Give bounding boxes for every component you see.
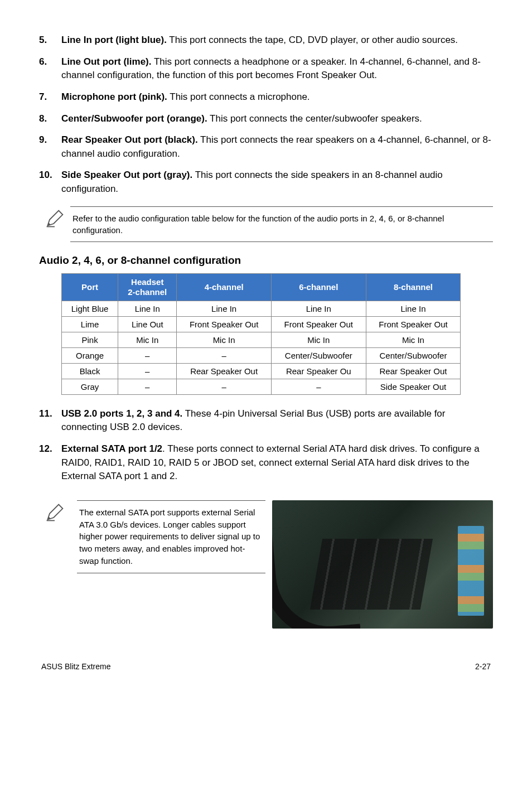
item-body: Side Speaker Out port (gray). This port … bbox=[61, 168, 493, 196]
th-4ch: 4-channel bbox=[177, 273, 272, 301]
item-lead: Rear Speaker Out port (black). bbox=[61, 134, 198, 145]
note-box-2: The external SATA port supports external… bbox=[39, 500, 493, 629]
table-row: Orange––Center/SubwooferCenter/Subwoofer bbox=[62, 347, 461, 363]
item-lead: Line In port (light blue). bbox=[61, 35, 167, 45]
page-footer: ASUS Blitz Extreme 2-27 bbox=[39, 662, 493, 671]
list-item-5: 5. Line In port (light blue). This port … bbox=[39, 33, 493, 47]
list-item-6: 6. Line Out port (lime). This port conne… bbox=[39, 55, 493, 83]
item-number: 5. bbox=[39, 33, 61, 47]
item-number: 12. bbox=[39, 442, 61, 484]
table-row: LimeLine OutFront Speaker OutFront Speak… bbox=[62, 316, 461, 332]
list-item-10: 10. Side Speaker Out port (gray). This p… bbox=[39, 168, 493, 196]
table-row: Light BlueLine InLine InLine InLine In bbox=[62, 301, 461, 316]
table-row: Gray–––Side Speaker Out bbox=[62, 379, 461, 394]
item-body: USB 2.0 ports 1, 2, 3 and 4. These 4-pin… bbox=[61, 407, 493, 434]
list-item-9: 9. Rear Speaker Out port (black). This p… bbox=[39, 133, 493, 161]
item-number: 7. bbox=[39, 90, 61, 104]
item-number: 6. bbox=[39, 55, 61, 83]
item-lead: External SATA port 1/2 bbox=[61, 443, 162, 454]
item-text: This port connects the center/subwoofer … bbox=[207, 113, 422, 124]
item-body: External SATA port 1/2. These ports conn… bbox=[61, 442, 493, 484]
item-body: Microphone port (pink). This port connec… bbox=[61, 90, 493, 104]
item-lead: Line Out port (lime). bbox=[61, 56, 152, 67]
motherboard-photo bbox=[272, 500, 493, 629]
footer-left: ASUS Blitz Extreme bbox=[41, 662, 110, 671]
th-8ch: 8-channel bbox=[366, 273, 461, 301]
item-body: Line In port (light blue). This port con… bbox=[61, 33, 493, 47]
footer-right: 2-27 bbox=[475, 662, 491, 671]
pencil-note-icon bbox=[39, 206, 70, 231]
list-item-7: 7. Microphone port (pink). This port con… bbox=[39, 90, 493, 104]
item-text: This port connects the tape, CD, DVD pla… bbox=[167, 35, 458, 45]
item-lead: Side Speaker Out port (gray). bbox=[61, 170, 192, 180]
item-body: Center/Subwoofer port (orange). This por… bbox=[61, 112, 493, 126]
table-row: Black–Rear Speaker OutRear Speaker OuRea… bbox=[62, 363, 461, 379]
item-lead: USB 2.0 ports 1, 2, 3 and 4. bbox=[61, 408, 182, 419]
item-number: 8. bbox=[39, 112, 61, 126]
note-text: Refer to the audio configuration table b… bbox=[70, 206, 493, 242]
item-text: This port connects a microphone. bbox=[167, 91, 310, 102]
item-number: 9. bbox=[39, 133, 61, 161]
th-port: Port bbox=[62, 273, 118, 301]
note-box-1: Refer to the audio configuration table b… bbox=[39, 206, 493, 242]
list-item-8: 8. Center/Subwoofer port (orange). This … bbox=[39, 112, 493, 126]
th-6ch: 6-channel bbox=[271, 273, 366, 301]
th-2ch: Headset2-channel bbox=[118, 273, 177, 301]
item-body: Line Out port (lime). This port connects… bbox=[61, 55, 493, 83]
audio-config-table: Port Headset2-channel 4-channel 6-channe… bbox=[61, 273, 461, 395]
item-lead: Center/Subwoofer port (orange). bbox=[61, 113, 207, 124]
item-body: Rear Speaker Out port (black). This port… bbox=[61, 133, 493, 161]
note-text: The external SATA port supports external… bbox=[77, 500, 265, 573]
list-item-11: 11. USB 2.0 ports 1, 2, 3 and 4. These 4… bbox=[39, 407, 493, 434]
pencil-note-icon bbox=[39, 500, 70, 525]
item-lead: Microphone port (pink). bbox=[61, 91, 167, 102]
section-heading: Audio 2, 4, 6, or 8-channel configuratio… bbox=[39, 254, 493, 267]
item-number: 10. bbox=[39, 168, 61, 196]
table-row: PinkMic InMic InMic InMic In bbox=[62, 332, 461, 347]
item-number: 11. bbox=[39, 407, 61, 434]
list-item-12: 12. External SATA port 1/2. These ports … bbox=[39, 442, 493, 484]
